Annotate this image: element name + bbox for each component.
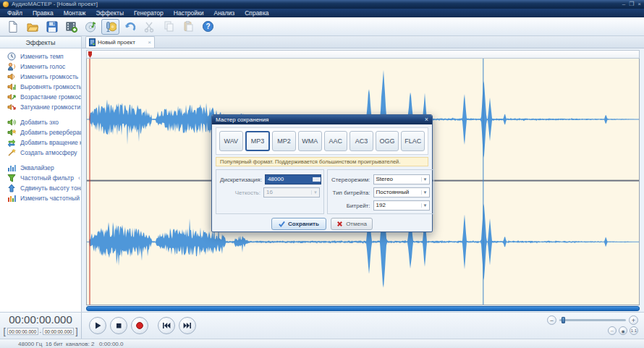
sidebar-item-change-volume[interactable]: Изменить громкость [0, 72, 81, 82]
clock [7, 52, 16, 61]
format-ac3-button[interactable]: AC3 [349, 131, 373, 151]
sample-rate-dropdown[interactable]: 48000▼ [265, 174, 321, 184]
format-info-bar: Популярный формат. Поддерживается больши… [216, 157, 428, 166]
format-wma-button[interactable]: WMA [298, 131, 322, 151]
toolbar-undo-button[interactable] [121, 19, 139, 35]
sidebar-item-add-echo[interactable]: Добавить эхо [0, 117, 81, 127]
skip-start-button[interactable] [158, 317, 175, 334]
scissors-icon [143, 20, 156, 33]
bitrate-dropdown[interactable]: 192▼ [373, 200, 430, 211]
tab-new-project[interactable]: Новый проект × [85, 36, 155, 48]
equalizer [7, 164, 16, 172]
menu-item-1[interactable]: Правка [27, 9, 59, 17]
doc-new-icon [7, 20, 19, 33]
zoom-out-button[interactable]: − [547, 315, 556, 325]
format-mp3-button[interactable]: MP3 [245, 131, 271, 151]
atmosphere [7, 148, 16, 157]
stop-button[interactable] [110, 317, 127, 334]
menu-bar: ФайлПравкаМонтажЭффектыГенераторНастройк… [0, 9, 644, 17]
zoom-slider[interactable] [559, 319, 626, 321]
chevron-down-icon: ▼ [421, 203, 429, 208]
sidebar-item-add-channel-rotation[interactable]: Добавить вращение каналов [0, 137, 81, 148]
bracket-left: [ [3, 326, 5, 336]
zoom-slider-handle[interactable] [562, 317, 565, 323]
save-button-label: Сохранить [288, 221, 319, 227]
sidebar-item-label: Затухание громкости [20, 103, 80, 111]
format-wav-button[interactable]: WAV [219, 131, 243, 151]
menu-item-6[interactable]: Анализ [208, 9, 240, 17]
sidebar-item-shift-pitch[interactable]: Сдвинуть высоту тона‹ [0, 183, 81, 193]
format-flac-button[interactable]: FLAC [401, 131, 425, 151]
chevron-down-icon: ▼ [311, 190, 319, 195]
echo [7, 118, 16, 127]
chevron-down-icon: ▼ [421, 190, 429, 195]
minimize-icon[interactable]: – [622, 1, 625, 8]
sidebar-item-add-reverb[interactable]: Добавить реверберацию [0, 127, 81, 137]
fit-width-button[interactable]: ↔ [608, 326, 617, 335]
format-aac-button[interactable]: AAC [324, 131, 348, 151]
zoom-controls: − + ↔ ◉ 1:1 [547, 315, 638, 335]
menu-item-0[interactable]: Файл [2, 9, 27, 17]
toolbar-open-button[interactable] [23, 19, 41, 35]
bitrate-type-label: Тип битрейта: [331, 190, 373, 196]
channels [7, 138, 16, 147]
save-button[interactable]: Сохранить [271, 218, 326, 230]
toolbar-help-button[interactable]: ? [199, 19, 217, 35]
sidebar-item-change-tempo[interactable]: Изменить темп [0, 51, 81, 61]
sidebar-item-label: Изменить голос [20, 63, 65, 70]
record-button[interactable] [131, 317, 148, 334]
sidebar-item-change-voice[interactable]: Изменить голос [0, 61, 81, 72]
timeline-ruler[interactable] [86, 50, 640, 59]
cross-icon [336, 221, 343, 227]
playhead-marker-icon[interactable] [88, 51, 92, 58]
scrollbar-thumb[interactable] [86, 306, 640, 311]
sidebar-item-create-atmosphere[interactable]: Создать атмосферу [0, 148, 81, 158]
selection-end-input[interactable] [43, 328, 74, 335]
menu-item-5[interactable]: Настройки [169, 9, 209, 17]
toolbar-rip-cd-button[interactable] [82, 19, 100, 35]
skip-end-button[interactable] [179, 317, 196, 334]
sidebar-item-change-spectrum[interactable]: Изменить частотный спектр‹ [0, 193, 81, 203]
toolbar-new-button[interactable] [4, 19, 22, 35]
format-mp2-button[interactable]: MP2 [272, 131, 296, 151]
sidebar-item-label: Изменить темп [20, 53, 64, 60]
selection-start-input[interactable] [7, 328, 38, 335]
menu-item-7[interactable]: Справка [240, 9, 274, 17]
filter [7, 174, 16, 182]
bitrate-type-dropdown[interactable]: Постоянный▼ [373, 187, 430, 198]
menu-item-3[interactable]: Эффекты [90, 9, 129, 17]
close-icon[interactable]: × [637, 1, 641, 8]
format-selector: WAVMP3MP2WMAAACAC3OGGFLAC [216, 127, 428, 155]
stereo-mode-dropdown[interactable]: Stereo▼ [373, 174, 430, 184]
fit-selection-button[interactable]: ◉ [619, 326, 627, 335]
toolbar-save-button[interactable] [43, 19, 61, 35]
fadein [7, 93, 16, 101]
zoom-in-button[interactable]: + [629, 315, 638, 325]
sidebar-item-label: Выровнять громкость [20, 83, 82, 90]
transport-panel: − + ↔ ◉ 1:1 [82, 313, 644, 339]
play-icon [93, 321, 102, 330]
dialog-close-icon[interactable]: × [425, 116, 428, 123]
sidebar-item-label: Изменить частотный спектр [20, 195, 82, 202]
sidebar-item-frequency-filter[interactable]: Частотный фильтр‹ [0, 173, 81, 183]
menu-item-4[interactable]: Генератор [129, 9, 169, 17]
sidebar-item-equalizer[interactable]: Эквалайзер [0, 163, 81, 173]
sidebar-item-fade-in[interactable]: Возрастание громкости [0, 92, 81, 102]
play-button[interactable] [89, 317, 106, 334]
pitch [7, 184, 16, 192]
toolbar-import-video-button[interactable] [62, 19, 80, 35]
sidebar-item-fade-out[interactable]: Затухание громкости [0, 102, 81, 112]
dialog-title-bar[interactable]: Мастер сохранения × [212, 115, 432, 124]
horizontal-scrollbar[interactable] [86, 306, 640, 311]
toolbar-record-button[interactable] [101, 19, 119, 35]
range-separator: - [40, 329, 41, 334]
menu-item-2[interactable]: Монтаж [59, 9, 91, 17]
sidebar-item-level-volume[interactable]: Выровнять громкость [0, 82, 81, 92]
tab-bar: Новый проект × [82, 36, 644, 48]
cancel-button[interactable]: Отмена [331, 218, 373, 230]
format-ogg-button[interactable]: OGG [376, 131, 399, 151]
restore-icon[interactable]: ❐ [629, 1, 634, 8]
tab-close-icon[interactable]: × [148, 40, 151, 46]
format-info-text: Популярный формат. Поддерживается больши… [220, 158, 400, 165]
one-to-one-button[interactable]: 1:1 [630, 326, 638, 335]
